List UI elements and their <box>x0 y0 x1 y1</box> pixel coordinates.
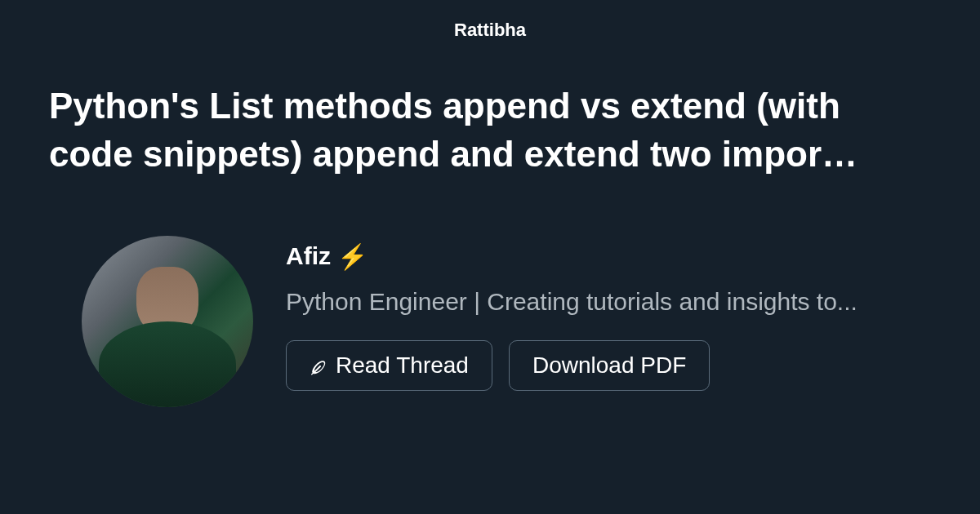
site-name: Rattibha <box>0 0 980 41</box>
read-thread-label: Read Thread <box>336 352 469 379</box>
read-thread-button[interactable]: Read Thread <box>286 340 492 391</box>
download-pdf-button[interactable]: Download PDF <box>509 340 710 391</box>
author-name: Afiz ⚡ <box>286 242 931 271</box>
download-pdf-label: Download PDF <box>532 352 686 379</box>
author-info: Afiz ⚡ Python Engineer | Creating tutori… <box>286 236 931 391</box>
author-name-text: Afiz <box>286 242 331 270</box>
lightning-icon: ⚡ <box>337 242 368 271</box>
feather-icon <box>310 357 327 374</box>
author-avatar <box>82 236 253 407</box>
author-bio: Python Engineer | Creating tutorials and… <box>286 286 931 317</box>
button-row: Read Thread Download PDF <box>286 340 931 391</box>
thread-title: Python's List methods append vs extend (… <box>0 41 980 179</box>
author-section: Afiz ⚡ Python Engineer | Creating tutori… <box>0 179 980 407</box>
